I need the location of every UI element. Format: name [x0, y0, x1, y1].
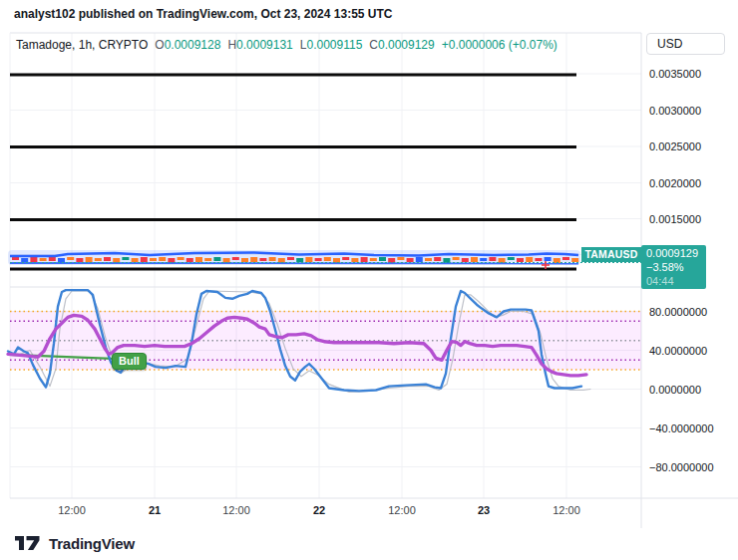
candle-dash — [379, 257, 386, 261]
candle-dash — [250, 257, 257, 262]
candle-dash — [132, 258, 139, 262]
candle-dash — [489, 257, 496, 261]
candle-dash — [40, 258, 47, 261]
close-label: C — [369, 38, 378, 52]
tradingview-wordmark: TradingView — [49, 535, 135, 552]
candle-dash — [416, 257, 423, 262]
last-price: 0.0009129 — [646, 246, 706, 260]
candle-dash — [480, 258, 487, 261]
candle-dash — [571, 258, 578, 262]
candle-dash — [425, 258, 432, 261]
candle-dash — [141, 257, 148, 262]
candle-dash — [122, 257, 129, 260]
candle-dash — [545, 257, 552, 261]
oscillator-axis-label: 0.0000000 — [649, 384, 701, 396]
price-axis-label: 0.0035000 — [649, 68, 701, 80]
candle-dash — [150, 258, 157, 261]
candle-dash — [67, 257, 74, 260]
candle-dash — [186, 258, 193, 262]
candle-dash — [76, 258, 83, 262]
time-axis-label: 12:00 — [58, 504, 86, 516]
candle-dash — [407, 258, 414, 262]
high-label: H — [227, 38, 236, 52]
price-axis-label: 0.0020000 — [649, 177, 701, 189]
candle-dash — [471, 257, 478, 262]
open-label: O — [155, 38, 164, 52]
time-axis-day-label: 21 — [149, 504, 161, 516]
time-axis-label: 12:00 — [222, 504, 250, 516]
candle-dash — [296, 258, 303, 262]
last-price-badge[interactable]: 0.0009129 −3.58% 04:44 — [641, 245, 706, 289]
bull-annotation[interactable]: Bull — [112, 353, 147, 370]
low-value: 0.0009115 — [306, 38, 362, 52]
candle-dash — [204, 258, 211, 261]
candle-dash — [21, 258, 28, 262]
candle-dash — [195, 257, 202, 262]
change-value: +0.0000006 (+0.07%) — [442, 38, 557, 52]
oscillator-axis-label: 80.0000000 — [649, 306, 707, 318]
symbol-title: Tamadoge, 1h, CRYPTO — [16, 38, 148, 52]
oscillator-axis-label: −80.0000000 — [649, 461, 714, 473]
tradingview-logo-icon — [15, 536, 42, 551]
candle-dash — [342, 257, 349, 260]
candle-dash — [232, 257, 239, 260]
tradingview-footer[interactable]: TradingView — [15, 535, 135, 552]
time-axis-day-label: 22 — [313, 504, 325, 516]
high-value: 0.0009131 — [236, 38, 293, 52]
candle-dash — [462, 258, 469, 262]
candle-dash — [287, 257, 294, 260]
candle-dash — [49, 257, 56, 261]
candle-dash — [30, 257, 37, 262]
price-axis-label: 0.0030000 — [649, 105, 701, 117]
candle-dash — [104, 257, 111, 261]
candle-dash — [526, 257, 533, 262]
candle-dash — [397, 257, 404, 260]
price-axis-label: 0.0025000 — [649, 140, 701, 152]
candle-dash — [213, 257, 220, 261]
candle-dash — [305, 257, 312, 262]
price-line-bottom — [10, 263, 578, 264]
oscillator-axis-label: 40.0000000 — [649, 345, 707, 357]
candle-dash — [508, 257, 515, 260]
chart-canvas — [0, 0, 738, 560]
candle-dash — [86, 257, 93, 262]
candle-dash — [269, 257, 276, 261]
candle-dash — [315, 258, 322, 261]
oscillator-axis-label: −40.0000000 — [649, 422, 714, 434]
published-chart-page: analyst102 published on TradingView.com,… — [0, 0, 738, 560]
candle-dash — [95, 258, 102, 261]
candle-dash — [434, 257, 441, 261]
candle-dash — [453, 257, 460, 260]
candle-dash — [361, 257, 368, 262]
symbol-legend[interactable]: Tamadoge, 1h, CRYPTOO0.0009128H0.0009131… — [16, 38, 557, 52]
candle-dash — [12, 257, 19, 260]
close-value: 0.0009129 — [378, 38, 435, 52]
price-axis-label: 0.0015000 — [649, 213, 701, 225]
candle-dash — [324, 257, 331, 261]
candle-dash — [535, 258, 542, 261]
time-axis-day-label: 23 — [478, 504, 490, 516]
candle-dash — [351, 258, 358, 262]
price-change-pct: −3.58% — [646, 260, 706, 274]
candle-dash — [517, 258, 524, 262]
time-axis-label: 12:00 — [553, 504, 580, 516]
candle-dash — [159, 257, 166, 261]
candle-dash — [370, 258, 377, 261]
candle-dash — [241, 258, 248, 262]
time-axis-label: 12:00 — [388, 504, 416, 516]
candle-dash — [178, 257, 184, 260]
currency-toggle-button[interactable]: USD — [646, 33, 725, 55]
candle-dash — [562, 257, 569, 260]
candle-dash — [259, 258, 266, 261]
symbol-price-tag: TAMAUSD — [581, 247, 641, 262]
bar-countdown: 04:44 — [646, 274, 706, 288]
open-value: 0.0009128 — [165, 38, 221, 52]
